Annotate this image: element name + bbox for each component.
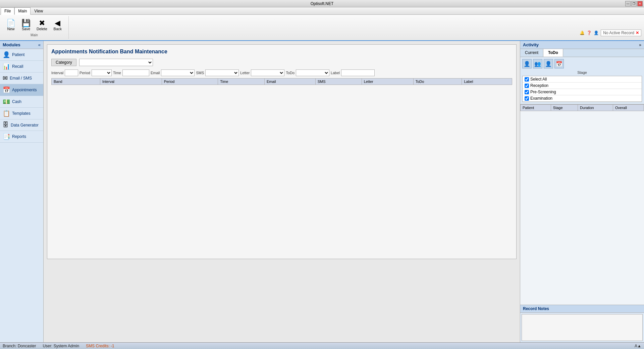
no-active-record-close[interactable]: ✕ [636, 31, 639, 35]
activity-title: Activity [523, 42, 539, 47]
notification-icon[interactable]: 🔔 [580, 31, 585, 35]
period-select[interactable] [92, 69, 112, 76]
save-label: Save [22, 27, 30, 31]
recall-label: Recall [12, 64, 23, 69]
branch-info: Branch: Doncaster [3, 344, 36, 348]
user-icon[interactable]: 👤 [594, 31, 599, 35]
recall-icon: 📊 [3, 63, 10, 70]
todo-select[interactable] [296, 69, 329, 76]
record-notes: Record Notes [520, 305, 644, 342]
activity-panel: Activity » Current ToDo 👤 👥 👤 📅 Stage Se… [520, 41, 644, 342]
ribbon-tabs: File Main View [0, 7, 644, 15]
category-button[interactable]: Category [51, 59, 76, 66]
stage-icon-4[interactable]: 📅 [554, 59, 564, 68]
col-interval: Interval [100, 79, 162, 85]
ribbon-main-group: 📄 New 💾 Save ✖ Delete ◀ Back Main [3, 16, 69, 39]
sidebar-item-reports[interactable]: 📑 Reports [0, 131, 43, 143]
col-label: Label [462, 79, 512, 85]
stage-reception-row: Reception [523, 83, 642, 89]
pre-screening-checkbox[interactable] [525, 90, 529, 94]
record-notes-body[interactable] [522, 314, 643, 341]
col-letter: Letter [362, 79, 413, 85]
stage-icons: 👤 👥 👤 📅 [522, 59, 642, 68]
sidebar-header: Modules « [0, 41, 43, 49]
sidebar-collapse-button[interactable]: « [38, 42, 41, 47]
sidebar-item-appointments[interactable]: 📅 Appointments [0, 84, 43, 96]
help-icon[interactable]: ❓ [587, 31, 592, 35]
activity-header: Activity » [520, 41, 644, 49]
activity-tab-bar: Current ToDo [520, 49, 644, 57]
sidebar: Modules « 👤 Patient 📊 Recall ✉ Email / S… [0, 41, 44, 342]
new-button[interactable]: 📄 New [4, 18, 18, 32]
stage-icon-1[interactable]: 👤 [522, 59, 532, 68]
user-info: User: System Admin [43, 344, 79, 348]
tab-todo[interactable]: ToDo [543, 49, 563, 57]
sidebar-item-patient[interactable]: 👤 Patient [0, 49, 43, 61]
time-input[interactable] [122, 69, 149, 76]
stage-scroll[interactable]: Select All Reception Pre-Screening Exami… [522, 76, 642, 102]
sms-label: SMS [196, 71, 204, 75]
activity-table-section: Patient Stage Duration Overall [520, 104, 644, 305]
sidebar-item-recall[interactable]: 📊 Recall [0, 61, 43, 72]
window-controls: — ❐ ✕ [625, 1, 643, 6]
stage-icon-2[interactable]: 👥 [533, 59, 542, 68]
act-col-duration: Duration [578, 105, 613, 111]
label-input[interactable] [341, 69, 375, 76]
reception-label: Reception [530, 83, 548, 88]
new-label: New [7, 27, 14, 31]
act-col-patient: Patient [521, 105, 551, 111]
select-all-label: Select All [530, 77, 547, 82]
appointments-label: Appointments [12, 88, 37, 92]
sidebar-item-email-sms[interactable]: ✉ Email / SMS [0, 72, 43, 84]
appointments-icon: 📅 [3, 86, 10, 94]
sms-select[interactable] [205, 69, 239, 76]
no-active-record: No Active Record ✕ [601, 30, 641, 36]
top-right-controls: 🔔 ❓ 👤 No Active Record ✕ [580, 30, 641, 36]
tab-view[interactable]: View [31, 7, 47, 14]
templates-icon: 📋 [3, 110, 10, 117]
minimize-button[interactable]: — [625, 1, 631, 6]
delete-button[interactable]: ✖ Delete [34, 18, 50, 32]
patient-icon: 👤 [3, 51, 10, 58]
category-row: Category [51, 59, 512, 66]
restore-button[interactable]: ❐ [631, 1, 637, 6]
title-bar: Optisoft.NET — ❐ ✕ [0, 0, 644, 7]
letter-select[interactable] [251, 69, 284, 76]
col-email: Email [265, 79, 316, 85]
no-active-record-text: No Active Record [603, 31, 634, 35]
back-button[interactable]: ◀ Back [51, 18, 64, 32]
stage-pre-screening-row: Pre-Screening [523, 89, 642, 95]
act-col-overall: Overall [613, 105, 644, 111]
category-select[interactable] [79, 59, 153, 66]
save-button[interactable]: 💾 Save [19, 18, 33, 32]
save-icon: 💾 [21, 19, 31, 27]
examination-label: Examination [530, 96, 552, 101]
interval-input[interactable] [65, 69, 78, 76]
stage-icon-3[interactable]: 👤 [544, 59, 553, 68]
status-bar: Branch: Doncaster User: System Admin SMS… [0, 342, 644, 349]
close-button[interactable]: ✕ [637, 1, 643, 6]
reception-checkbox[interactable] [525, 84, 529, 88]
tab-main[interactable]: Main [14, 7, 31, 15]
reports-icon: 📑 [3, 133, 10, 140]
ribbon-group-label: Main [31, 33, 38, 37]
sidebar-item-cash[interactable]: 💵 Cash [0, 96, 43, 108]
tab-file[interactable]: File [1, 7, 14, 15]
examination-checkbox[interactable] [525, 96, 529, 101]
col-time: Time [218, 79, 265, 85]
sidebar-item-templates[interactable]: 📋 Templates [0, 108, 43, 119]
pre-screening-label: Pre-Screening [530, 90, 556, 94]
email-label: Email [151, 71, 160, 75]
ribbon-content: 📄 New 💾 Save ✖ Delete ◀ Back Main 🔔 ❓ 👤 … [0, 15, 644, 41]
record-notes-header: Record Notes [520, 305, 644, 313]
cash-label: Cash [12, 99, 21, 104]
letter-label: Letter [240, 71, 250, 75]
activity-expand-icon[interactable]: » [639, 43, 641, 47]
tab-current[interactable]: Current [520, 49, 543, 57]
main-layout: Modules « 👤 Patient 📊 Recall ✉ Email / S… [0, 41, 644, 342]
sidebar-item-data-generator[interactable]: 🗄 Data Generator [0, 119, 43, 131]
email-select[interactable] [161, 69, 195, 76]
col-todo: ToDo [413, 79, 462, 85]
select-all-checkbox[interactable] [525, 77, 529, 82]
data-table: Band Interval Period Time Email SMS Lett… [51, 78, 512, 85]
